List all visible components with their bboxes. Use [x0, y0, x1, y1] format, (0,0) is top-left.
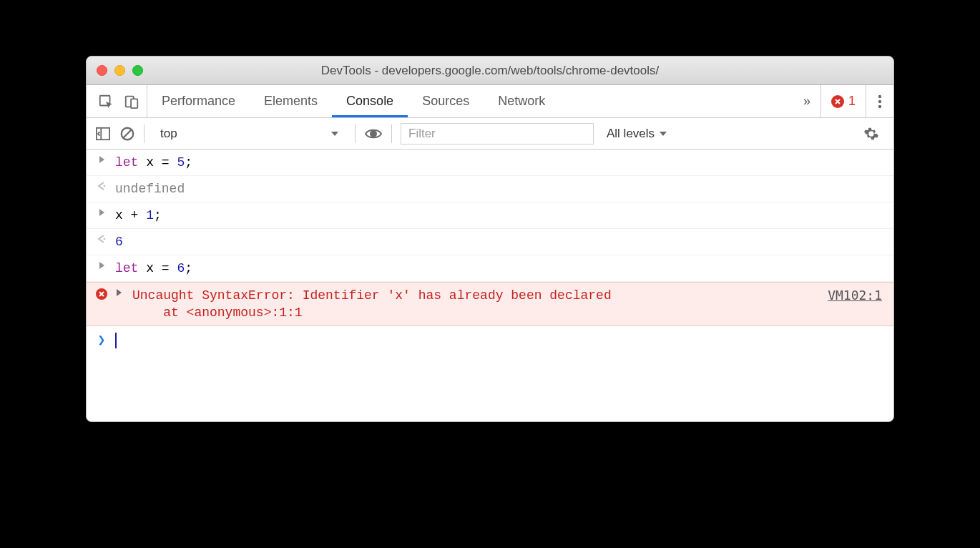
kebab-icon [878, 94, 882, 109]
traffic-lights [97, 65, 143, 76]
context-select-value: top [160, 127, 177, 141]
console-settings-button[interactable] [858, 126, 885, 142]
svg-point-10 [104, 238, 106, 240]
input-caret-icon [95, 154, 108, 164]
error-badge-icon [831, 95, 844, 108]
console-error-row[interactable]: Uncaught SyntaxError: Identifier 'x' has… [87, 282, 893, 326]
svg-point-5 [878, 104, 881, 107]
tabs-overflow-button[interactable]: » [793, 85, 820, 117]
panel-tabbar: PerformanceElementsConsoleSourcesNetwork… [87, 85, 893, 118]
console-output[interactable]: let x = 5;undefinedx + 1;6let x = 6; Unc… [87, 150, 893, 421]
console-prompt[interactable]: ❯ [87, 326, 893, 355]
chevron-down-icon [330, 131, 339, 137]
inspect-element-icon[interactable] [98, 94, 114, 109]
text-cursor [115, 333, 117, 348]
maximize-window-button[interactable] [132, 65, 143, 76]
tab-network[interactable]: Network [484, 85, 559, 117]
titlebar: DevTools - developers.google.com/web/too… [87, 57, 893, 85]
console-output-row[interactable]: undefined [87, 176, 893, 202]
svg-point-3 [878, 94, 881, 97]
log-levels-label: All levels [607, 127, 655, 141]
execution-context-select[interactable]: top [153, 123, 346, 145]
input-caret-icon [95, 207, 108, 217]
console-toolbar: top All levels [87, 118, 893, 150]
svg-point-4 [878, 99, 881, 102]
svg-point-8 [371, 131, 376, 137]
tab-console[interactable]: Console [332, 85, 408, 117]
console-line-content: undefined [115, 180, 885, 197]
svg-point-9 [104, 185, 106, 187]
svg-rect-2 [131, 99, 137, 108]
output-caret-icon [95, 180, 108, 190]
tab-sources[interactable]: Sources [408, 85, 484, 117]
console-output-row[interactable]: 6 [87, 229, 893, 255]
log-levels-select[interactable]: All levels [602, 127, 672, 141]
toggle-device-toolbar-icon[interactable] [124, 94, 139, 109]
tab-performance[interactable]: Performance [147, 85, 250, 117]
error-source-link[interactable]: VM102:1 [828, 287, 885, 304]
error-count-value: 1 [848, 94, 856, 109]
error-count[interactable]: 1 [820, 85, 866, 117]
console-input-row[interactable]: let x = 5; [87, 150, 893, 176]
error-message: Uncaught SyntaxError: Identifier 'x' has… [132, 287, 820, 321]
console-line-content: x + 1; [115, 207, 885, 224]
expand-error-icon[interactable] [115, 287, 122, 297]
minimize-window-button[interactable] [114, 65, 125, 76]
close-window-button[interactable] [97, 65, 107, 76]
window-title: DevTools - developers.google.com/web/too… [87, 64, 893, 78]
output-caret-icon [95, 233, 108, 243]
prompt-caret-icon: ❯ [95, 332, 108, 349]
console-input-row[interactable]: x + 1; [87, 202, 893, 229]
console-line-content: let x = 5; [115, 154, 885, 171]
clear-console-button[interactable] [119, 126, 135, 142]
console-input-row[interactable]: let x = 6; [87, 255, 893, 282]
tab-elements[interactable]: Elements [250, 85, 332, 117]
filter-input[interactable] [401, 123, 594, 145]
error-icon [95, 287, 108, 300]
console-line-content: let x = 6; [115, 260, 885, 277]
chevron-down-icon [659, 131, 667, 137]
more-options-button[interactable] [866, 85, 893, 117]
console-line-content: 6 [115, 233, 885, 250]
live-expression-button[interactable] [364, 127, 383, 140]
input-caret-icon [95, 260, 108, 270]
chevron-double-right-icon: » [803, 94, 810, 109]
toggle-console-sidebar-button[interactable] [95, 127, 111, 141]
devtools-window: DevTools - developers.google.com/web/too… [86, 56, 894, 422]
